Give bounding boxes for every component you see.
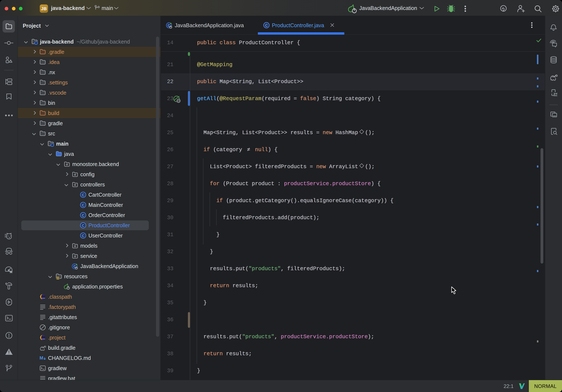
svg-text:C: C <box>82 214 84 217</box>
svg-text:C: C <box>82 193 84 197</box>
svg-text:C: C <box>82 224 84 228</box>
svg-text:C: C <box>265 24 268 28</box>
svg-text:C: C <box>82 203 84 207</box>
svg-text:C: C <box>82 234 84 238</box>
svg-text:M: M <box>40 356 43 361</box>
